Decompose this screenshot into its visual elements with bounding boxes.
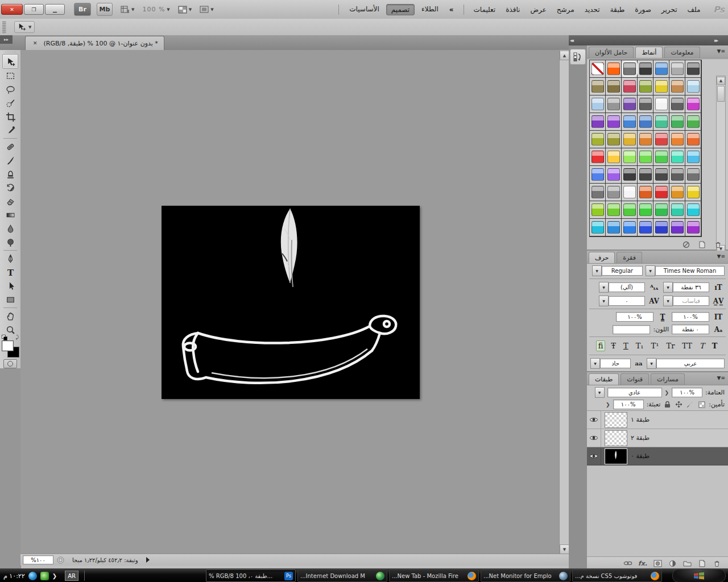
layer-name[interactable]: طبقة ٢ xyxy=(631,434,650,442)
style-swatch[interactable] xyxy=(638,184,653,201)
style-swatch[interactable] xyxy=(669,78,685,95)
tray-app-icon[interactable] xyxy=(40,572,49,580)
style-swatch[interactable] xyxy=(638,131,653,148)
style-swatch[interactable] xyxy=(669,219,685,236)
style-swatch[interactable] xyxy=(590,184,606,201)
opacity-field[interactable]: %١٠٠ xyxy=(672,388,702,397)
quick-selection-tool[interactable] xyxy=(3,96,18,110)
styles-scrollbar[interactable]: ▲ ▼ xyxy=(716,76,726,254)
style-swatch[interactable] xyxy=(590,131,606,148)
style-swatch[interactable] xyxy=(669,113,685,131)
taskbar-button[interactable]: ...New Tab - Mozilla Fire xyxy=(389,569,479,582)
layer-name[interactable]: طبقة ١ xyxy=(631,416,650,423)
style-swatch[interactable] xyxy=(685,113,701,131)
panel-menu-icon[interactable]: ▼≡ xyxy=(717,375,725,381)
style-swatch[interactable] xyxy=(590,201,606,219)
vertical-scrollbar[interactable]: ▲ ▼ xyxy=(559,50,569,554)
clear-style-button[interactable] xyxy=(681,240,690,248)
rectangle-tool[interactable] xyxy=(3,293,18,306)
style-swatch[interactable] xyxy=(622,201,638,219)
style-swatch[interactable] xyxy=(590,166,606,184)
style-swatch[interactable] xyxy=(606,201,622,219)
gradient-tool[interactable] xyxy=(3,208,18,222)
history-brush-tool[interactable] xyxy=(3,181,18,194)
panel-menu-icon[interactable]: ▼≡ xyxy=(717,253,725,259)
style-swatch[interactable] xyxy=(590,95,606,113)
new-group-button[interactable] xyxy=(682,559,692,567)
char-style-button-8[interactable]: T xyxy=(710,341,719,351)
char-style-button-1[interactable]: Ŧ xyxy=(609,341,618,351)
layer-thumbnail[interactable] xyxy=(605,448,627,464)
char-style-button-5[interactable]: Tr xyxy=(664,341,676,351)
style-swatch[interactable] xyxy=(590,78,606,95)
style-swatch[interactable] xyxy=(669,166,685,184)
char-style-button-6[interactable]: TT xyxy=(680,341,694,351)
menu-item-6[interactable]: عرض xyxy=(525,6,551,14)
eyedropper-tool[interactable] xyxy=(3,123,18,137)
workspace-overflow-button[interactable]: » xyxy=(444,6,459,14)
char-style-button-4[interactable]: T¹ xyxy=(650,341,661,351)
menu-item-4[interactable]: تحديد xyxy=(580,6,605,14)
menu-item-0[interactable]: ملف xyxy=(682,6,706,14)
style-swatch[interactable] xyxy=(685,184,701,201)
default-colors-icon[interactable] xyxy=(2,335,7,339)
tray-expand-icon[interactable]: ❯ xyxy=(52,573,57,579)
style-swatch[interactable] xyxy=(638,78,653,95)
style-swatch[interactable] xyxy=(590,219,606,236)
layers-tab[interactable]: طبقات xyxy=(589,373,619,385)
style-swatch[interactable] xyxy=(622,78,638,95)
styles-tab[interactable]: معلومات xyxy=(664,47,700,58)
opacity-slider-icon[interactable]: ❮ xyxy=(665,390,669,396)
style-swatch[interactable] xyxy=(638,95,653,113)
crop-tool[interactable] xyxy=(3,110,18,123)
language-dropdown[interactable]: ▼عربي xyxy=(647,358,725,369)
style-swatch[interactable] xyxy=(653,219,669,236)
style-swatch[interactable] xyxy=(685,78,701,95)
style-swatch[interactable] xyxy=(638,148,653,166)
style-swatch[interactable] xyxy=(669,184,685,201)
lock-transparency-button[interactable] xyxy=(697,401,706,409)
layer-styles-button[interactable]: fx. xyxy=(638,559,647,567)
new-style-button[interactable] xyxy=(697,240,706,248)
layers-tab[interactable]: مسارات xyxy=(651,373,685,385)
style-swatch[interactable] xyxy=(606,166,622,184)
style-swatch[interactable] xyxy=(653,166,669,184)
style-swatch[interactable] xyxy=(653,95,669,113)
scroll-up-icon[interactable]: ▲ xyxy=(560,51,569,60)
mini-bridge-button[interactable]: Mb xyxy=(97,3,113,16)
blend-mode-value[interactable]: عادي xyxy=(607,388,662,397)
menu-item-1[interactable]: تحرير xyxy=(656,6,682,14)
taskbar-button[interactable]: ...طبقة ٠، RGB/8 100 % Ps xyxy=(206,569,296,582)
style-swatch[interactable] xyxy=(606,148,622,166)
rectangular-marquee-tool[interactable] xyxy=(3,69,18,82)
workspace-button-active[interactable]: تصميم xyxy=(386,4,415,15)
style-swatch[interactable] xyxy=(622,131,638,148)
style-swatch[interactable] xyxy=(622,219,638,236)
bridge-button[interactable]: Br xyxy=(74,3,91,16)
style-swatch[interactable] xyxy=(685,148,701,166)
blur-tool[interactable] xyxy=(3,222,18,235)
style-swatch[interactable] xyxy=(685,166,701,184)
start-button[interactable] xyxy=(672,569,726,582)
font-family-dropdown[interactable]: ▼Times New Roman xyxy=(646,265,725,276)
move-tool[interactable] xyxy=(2,54,18,69)
vertical-scale-field[interactable]: %١٠٠ xyxy=(672,312,709,322)
menu-item-7[interactable]: نافذة xyxy=(500,6,525,14)
document-tab[interactable]: ✕ * بدون عنوان-١ @ 100 % (طبقة, RGB/8) xyxy=(25,36,164,50)
taskbar-clock[interactable]: ١٠:٢٢ م xyxy=(3,572,25,580)
screen-mode-button[interactable]: ▼ xyxy=(200,6,213,13)
style-swatch[interactable] xyxy=(653,201,669,219)
baseline-shift-field[interactable]: ٠ نقطة xyxy=(672,325,709,334)
arrange-documents-button[interactable]: ▼ xyxy=(178,6,192,14)
style-swatch[interactable] xyxy=(653,78,669,95)
document-canvas[interactable] xyxy=(162,206,420,399)
style-swatch[interactable] xyxy=(685,95,701,113)
workspace-button-inactive[interactable]: الطلاء xyxy=(417,4,443,15)
style-swatch[interactable] xyxy=(669,95,685,113)
layer-row[interactable]: طبقة ١ xyxy=(587,411,728,429)
style-swatch[interactable] xyxy=(606,184,622,201)
horizontal-type-tool[interactable]: T xyxy=(3,265,18,279)
style-swatch[interactable] xyxy=(638,113,653,131)
icon-dock-collapse-button[interactable]: ◂◂ xyxy=(570,38,573,43)
horizontal-scale-field[interactable]: %١٠٠ xyxy=(616,312,653,322)
